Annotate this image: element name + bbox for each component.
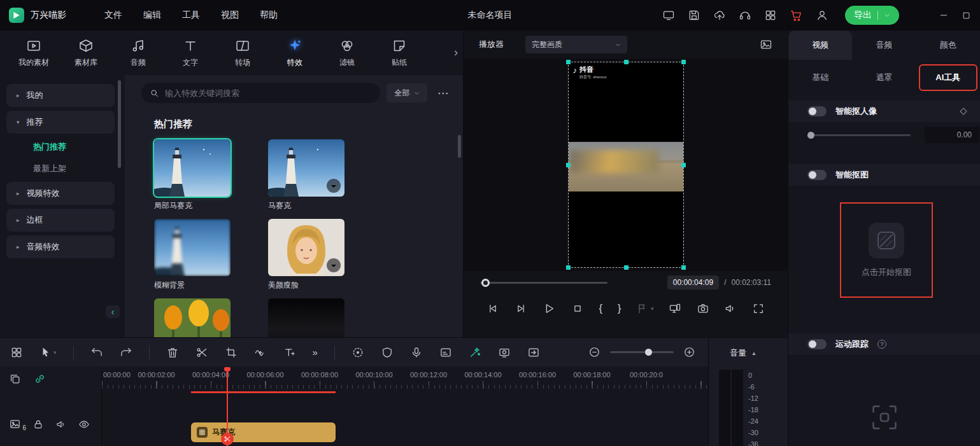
sidebar-item-mine[interactable]: ▸ 我的 bbox=[6, 84, 115, 107]
speed-curve-button[interactable] bbox=[254, 346, 267, 359]
keyframe-diamond-icon[interactable] bbox=[960, 108, 967, 115]
lock-track-button[interactable] bbox=[32, 419, 44, 430]
display-mode-icon[interactable] bbox=[662, 9, 675, 22]
minimize-button[interactable] bbox=[939, 10, 949, 20]
menu-file[interactable]: 文件 bbox=[104, 10, 122, 21]
sidebar-item-audio-fx[interactable]: ▸ 音频特效 bbox=[6, 235, 115, 258]
motion-tracking-toggle[interactable] bbox=[807, 339, 827, 349]
quality-dropdown[interactable]: 完整画质 bbox=[525, 36, 627, 53]
snapshot-camera-button[interactable] bbox=[697, 302, 709, 315]
download-icon[interactable] bbox=[327, 258, 341, 272]
effect-item-mosaic[interactable]: 马赛克 bbox=[268, 139, 344, 211]
search-input[interactable] bbox=[165, 88, 372, 98]
clip-count-icon[interactable]: 6 bbox=[9, 418, 21, 430]
track-manager-button[interactable] bbox=[10, 346, 23, 359]
menu-edit[interactable]: 编辑 bbox=[143, 10, 161, 21]
menu-help[interactable]: 帮助 bbox=[260, 10, 278, 21]
marker-dropdown[interactable]: ▾ bbox=[636, 302, 654, 315]
selection-handle[interactable] bbox=[681, 60, 686, 64]
mark-in-button[interactable]: { bbox=[599, 302, 602, 315]
video-clip-selection[interactable]: ♪ 抖音 抖音号: shencut bbox=[569, 62, 683, 267]
crop-button[interactable] bbox=[225, 346, 238, 359]
selection-handle[interactable] bbox=[566, 163, 571, 167]
zoom-out-button[interactable] bbox=[588, 346, 600, 358]
mirror-screen-button[interactable] bbox=[669, 302, 681, 315]
render-preview-button[interactable] bbox=[352, 346, 364, 359]
media-tab-library[interactable]: 素材库 bbox=[60, 38, 112, 68]
menu-view[interactable]: 视图 bbox=[221, 10, 239, 21]
effect-item-partial-mosaic[interactable]: 局部马赛克 bbox=[154, 139, 231, 211]
effect-item-beauty[interactable]: 美颜瘦脸 bbox=[268, 219, 344, 291]
volume-header[interactable]: 音量 ▲ bbox=[709, 338, 788, 359]
seek-knob[interactable] bbox=[481, 279, 490, 287]
selection-handle[interactable] bbox=[624, 60, 628, 64]
ai-magic-wand-button[interactable] bbox=[469, 346, 481, 359]
mute-track-button[interactable] bbox=[55, 419, 67, 430]
subtab-basic[interactable]: 基础 bbox=[788, 72, 852, 83]
undo-button[interactable] bbox=[90, 346, 103, 359]
effect-item-partial-row[interactable] bbox=[154, 298, 231, 337]
media-tab-my-media[interactable]: 我的素材 bbox=[8, 38, 60, 68]
timeline-ruler[interactable]: 00:00:00 00:00:02:00 00:00:04:00 00:00:0… bbox=[102, 371, 708, 381]
selection-handle[interactable] bbox=[681, 265, 686, 270]
export-frame-button[interactable] bbox=[527, 346, 540, 359]
play-button[interactable] bbox=[542, 302, 556, 316]
zoom-in-button[interactable] bbox=[683, 346, 695, 358]
sidebar-scrollbar[interactable] bbox=[118, 80, 121, 168]
support-headset-icon[interactable] bbox=[739, 9, 751, 22]
maximize-button[interactable] bbox=[962, 11, 971, 20]
save-icon[interactable] bbox=[688, 9, 700, 22]
effect-item-blur-background[interactable]: 模糊背景 bbox=[154, 219, 231, 291]
sidebar-item-video-fx[interactable]: ▸ 视频特效 bbox=[6, 182, 115, 205]
effects-scrollbar[interactable] bbox=[458, 135, 461, 158]
selection-handle[interactable] bbox=[566, 60, 571, 64]
select-tool-button[interactable]: ▾ bbox=[39, 346, 57, 358]
sidebar-item-hot[interactable]: 热门推荐 bbox=[0, 137, 125, 157]
more-options-button[interactable]: ⋯ bbox=[434, 87, 453, 100]
start-cutout-area[interactable]: 点击开始抠图 bbox=[840, 202, 933, 298]
previous-frame-button[interactable] bbox=[486, 302, 499, 315]
portrait-slider-knob[interactable] bbox=[807, 132, 814, 139]
portrait-value-field[interactable]: 0.00 bbox=[925, 127, 979, 143]
timeline-clip-mosaic[interactable]: 马赛克 bbox=[191, 422, 336, 442]
redo-button[interactable] bbox=[120, 346, 132, 359]
preview-image-icon[interactable] bbox=[760, 38, 772, 51]
menu-tools[interactable]: 工具 bbox=[182, 10, 200, 21]
duplicate-button[interactable] bbox=[9, 373, 21, 385]
media-tab-effects[interactable]: 特效 bbox=[269, 38, 321, 68]
voiceover-mic-button[interactable] bbox=[410, 346, 423, 359]
sidebar-item-border[interactable]: ▸ 边框 bbox=[6, 209, 115, 232]
media-tab-text[interactable]: 文字 bbox=[164, 38, 217, 68]
tab-audio[interactable]: 音频 bbox=[852, 31, 916, 60]
selection-handle[interactable] bbox=[624, 265, 628, 270]
stop-button[interactable] bbox=[571, 302, 584, 315]
portrait-slider[interactable] bbox=[807, 134, 911, 136]
timeline-tracks-area[interactable]: 00:00:00 00:00:02:00 00:00:04:00 00:00:0… bbox=[102, 366, 708, 446]
delete-button[interactable] bbox=[166, 346, 179, 359]
seek-bar[interactable] bbox=[480, 282, 607, 284]
more-tools-button[interactable]: » bbox=[313, 347, 318, 358]
media-tab-transition[interactable]: 转场 bbox=[217, 38, 269, 68]
export-button[interactable]: 导出 bbox=[845, 6, 899, 25]
volume-collapse-icon[interactable]: ▲ bbox=[751, 351, 756, 356]
mark-out-button[interactable]: } bbox=[618, 302, 621, 315]
media-tab-filters[interactable]: 滤镜 bbox=[321, 38, 373, 68]
toggle-track-visibility-button[interactable] bbox=[78, 419, 90, 430]
next-frame-button[interactable] bbox=[515, 302, 527, 315]
smart-portrait-toggle[interactable] bbox=[807, 106, 827, 116]
help-icon[interactable]: ? bbox=[877, 340, 886, 349]
selection-handle[interactable] bbox=[681, 163, 686, 167]
store-cart-icon[interactable] bbox=[790, 9, 803, 22]
tab-video[interactable]: 视频 bbox=[788, 31, 852, 60]
selection-handle[interactable] bbox=[566, 265, 571, 270]
collapse-sidebar-button[interactable]: ‹ bbox=[106, 305, 120, 318]
timeline-zoom-slider[interactable] bbox=[610, 351, 674, 353]
workspace-grid-icon[interactable] bbox=[764, 9, 777, 22]
media-tabs-expand-icon[interactable]: › bbox=[454, 46, 458, 59]
zoom-slider-knob[interactable] bbox=[645, 349, 652, 356]
cloud-upload-icon[interactable] bbox=[713, 9, 726, 22]
tab-color[interactable]: 颜色 bbox=[916, 31, 980, 60]
media-tab-stickers[interactable]: 贴纸 bbox=[373, 38, 425, 68]
split-scissors-button[interactable] bbox=[195, 346, 208, 359]
media-tab-audio[interactable]: 音频 bbox=[112, 38, 164, 68]
